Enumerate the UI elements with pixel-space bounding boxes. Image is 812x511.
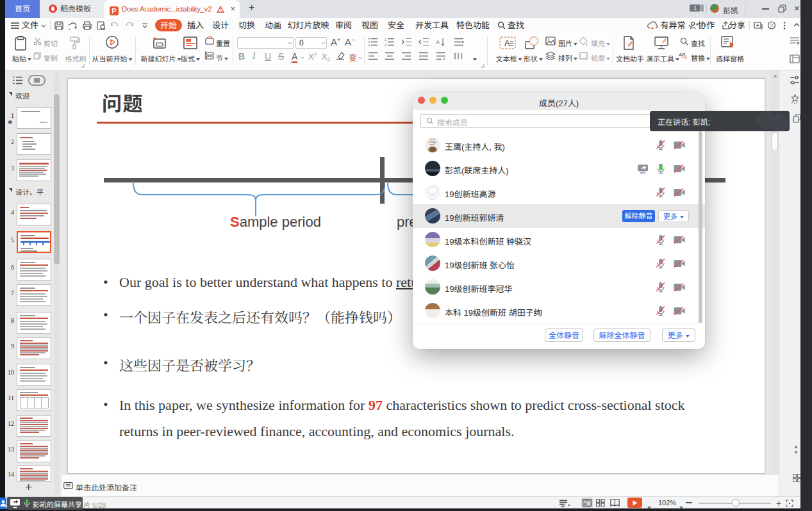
- svg-text:AB: AB: [679, 52, 686, 58]
- svg-text:1: 1: [385, 38, 386, 42]
- svg-text:A: A: [436, 39, 440, 45]
- svg-text:2: 2: [385, 43, 386, 46]
- svg-text:A: A: [504, 38, 510, 48]
- svg-text:?: ?: [770, 22, 774, 28]
